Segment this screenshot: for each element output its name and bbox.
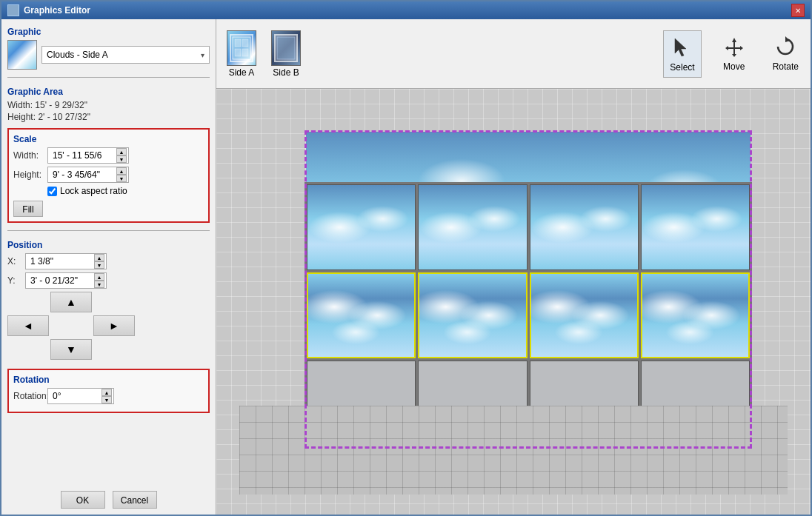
graphics-editor-window: Graphics Editor ✕ Graphic Clouds - Side …	[0, 0, 812, 516]
scale-width-spinner[interactable]: ▲ ▼	[116, 148, 127, 163]
svg-rect-5	[277, 37, 295, 59]
scale-height-down[interactable]: ▼	[116, 175, 127, 182]
panel-r1c3	[530, 184, 639, 270]
scene-container	[284, 124, 743, 480]
select-tool-button[interactable]: Select	[663, 30, 701, 78]
ground-plane	[239, 406, 788, 495]
graphic-dropdown-value: Clouds - Side A	[47, 50, 108, 60]
graphic-width-row: Width: 15' - 9 29/32"	[7, 100, 210, 110]
scale-height-label: Height:	[13, 170, 44, 180]
left-panel: Graphic Clouds - Side A ▾ Graphic Area W…	[1, 19, 216, 515]
rotation-down[interactable]: ▼	[102, 396, 112, 403]
position-y-up[interactable]: ▲	[94, 273, 104, 281]
arrow-empty-1	[7, 292, 49, 312]
graphic-section: Graphic Clouds - Side A ▾	[7, 27, 210, 70]
graphic-width-value: 15' - 9 29/32"	[35, 100, 87, 110]
arrow-down-button[interactable]: ▼	[50, 339, 92, 360]
graphic-height-label: Height:	[7, 112, 36, 122]
rotation-section: Rotation Rotation: 0° ▲ ▼	[7, 369, 210, 413]
graphic-row: Clouds - Side A ▾	[7, 40, 210, 70]
panel-r2c1	[307, 272, 416, 358]
panel-r1c2	[418, 184, 527, 270]
title-bar: Graphics Editor ✕	[1, 1, 811, 19]
canvas-area[interactable]	[216, 89, 811, 515]
rotate-label: Rotate	[773, 61, 799, 72]
scale-width-down[interactable]: ▼	[116, 155, 127, 163]
scale-section: Scale Width: 15' - 11 55/6 ▲ ▼ Height: 9	[7, 128, 210, 223]
dropdown-arrow-icon: ▾	[201, 51, 204, 59]
panel-r2c2	[418, 272, 527, 358]
position-y-down[interactable]: ▼	[94, 281, 104, 288]
scale-width-up[interactable]: ▲	[116, 148, 127, 155]
rotation-input[interactable]: 0° ▲ ▼	[47, 388, 114, 404]
tool-group: Select Move	[663, 30, 805, 78]
window-icon	[7, 4, 19, 16]
lock-aspect-label: Lock aspect ratio	[60, 186, 127, 196]
position-y-spinner[interactable]: ▲ ▼	[94, 273, 104, 288]
move-label: Move	[723, 61, 745, 72]
svg-rect-2	[242, 39, 248, 47]
rotation-label: Rotation:	[13, 391, 44, 401]
graphic-dropdown[interactable]: Clouds - Side A ▾	[41, 46, 210, 64]
position-x-row: X: 1 3/8" ▲ ▼	[7, 253, 210, 269]
close-button[interactable]: ✕	[791, 4, 805, 17]
position-section: Position X: 1 3/8" ▲ ▼ Y: 3' - 0 21/32"	[7, 240, 210, 361]
ok-button[interactable]: OK	[61, 491, 105, 509]
rotate-icon	[773, 35, 797, 58]
scale-height-up[interactable]: ▲	[116, 167, 127, 175]
scale-width-value: 15' - 11 55/6	[53, 150, 102, 161]
side-a-svg	[232, 36, 251, 60]
side-buttons: Side A Side B	[222, 27, 305, 81]
side-b-icon	[271, 30, 301, 66]
cancel-button[interactable]: Cancel	[113, 491, 157, 509]
rotation-row: Rotation: 0° ▲ ▼	[13, 388, 204, 404]
side-a-button[interactable]: Side A	[222, 27, 261, 81]
position-title: Position	[7, 240, 210, 250]
side-b-label: Side B	[273, 67, 299, 78]
arrow-left-button[interactable]: ◄	[7, 315, 49, 336]
scale-width-row: Width: 15' - 11 55/6 ▲ ▼	[13, 147, 204, 164]
panel-r1c1	[307, 184, 416, 270]
move-icon	[722, 35, 746, 58]
rotate-tool-button[interactable]: Rotate	[767, 30, 805, 78]
arrow-right-button[interactable]: ►	[93, 315, 135, 336]
position-x-input[interactable]: 1 3/8" ▲ ▼	[25, 253, 107, 269]
scale-height-spinner[interactable]: ▲ ▼	[116, 167, 127, 182]
move-tool-button[interactable]: Move	[716, 30, 752, 78]
graphic-height-row: Height: 2' - 10 27/32"	[7, 112, 210, 122]
arrow-empty-4	[93, 339, 135, 360]
graphic-section-title: Graphic	[7, 27, 210, 37]
position-arrows: ▲ ◄ ► ▼	[7, 292, 210, 361]
scale-title: Scale	[13, 134, 204, 144]
position-y-row: Y: 3' - 0 21/32" ▲ ▼	[7, 272, 210, 289]
rotation-title: Rotation	[13, 375, 204, 385]
window-title: Graphics Editor	[24, 5, 90, 16]
scale-height-value: 9' - 3 45/64"	[53, 170, 100, 180]
position-x-down[interactable]: ▼	[94, 261, 104, 269]
scale-width-input[interactable]: 15' - 11 55/6 ▲ ▼	[47, 147, 129, 164]
side-b-button[interactable]: Side B	[267, 27, 305, 81]
panel-r2c4	[641, 272, 750, 358]
select-icon	[670, 36, 694, 59]
graphic-thumbnail	[7, 40, 37, 70]
position-x-spinner[interactable]: ▲ ▼	[94, 254, 104, 269]
svg-rect-1	[235, 39, 241, 47]
lock-aspect-checkbox[interactable]	[47, 187, 57, 196]
arrow-up-button[interactable]: ▲	[50, 292, 92, 312]
position-y-input[interactable]: 3' - 0 21/32" ▲ ▼	[25, 272, 107, 289]
fill-button[interactable]: Fill	[13, 201, 43, 217]
rotation-spinner[interactable]: ▲ ▼	[102, 389, 112, 403]
panel-r1c4	[641, 184, 750, 270]
svg-rect-0	[233, 37, 250, 59]
side-a-label: Side A	[229, 67, 255, 78]
svg-rect-4	[242, 49, 248, 56]
divider-2	[7, 230, 210, 231]
position-x-up[interactable]: ▲	[94, 254, 104, 261]
rotation-up[interactable]: ▲	[102, 389, 112, 396]
divider-1	[7, 77, 210, 78]
toolbar: Side A Side B	[216, 19, 811, 89]
scale-height-input[interactable]: 9' - 3 45/64" ▲ ▼	[47, 167, 129, 183]
bottom-buttons: OK Cancel	[7, 485, 210, 509]
main-content: Graphic Clouds - Side A ▾ Graphic Area W…	[1, 19, 811, 515]
canvas-inner	[216, 89, 811, 515]
